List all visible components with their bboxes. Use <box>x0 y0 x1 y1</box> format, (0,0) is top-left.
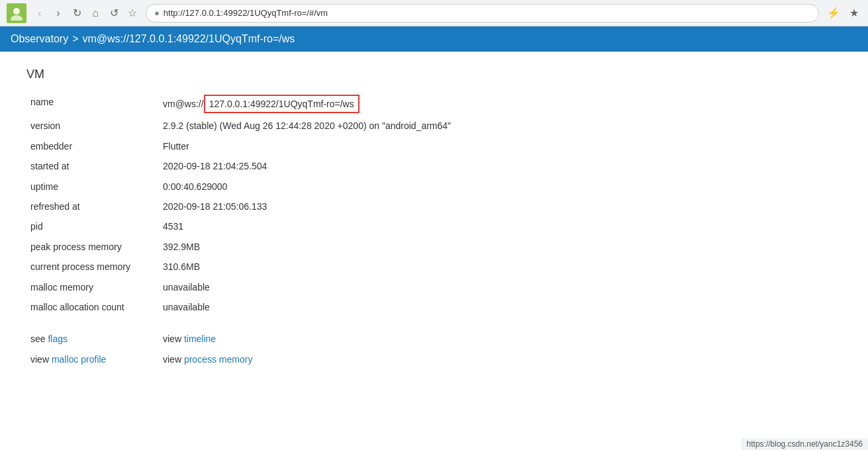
malloc-memory-label: malloc memory <box>26 277 159 297</box>
reload-button[interactable]: ↻ <box>69 5 85 21</box>
table-row-current-memory: current process memory 310.6MB <box>26 257 455 277</box>
header-breadcrumb: vm@ws://127.0.0.1:49922/1UQyqTmf-ro=/ws <box>82 33 295 45</box>
table-row-uptime: uptime 0:00:40.629000 <box>26 177 455 197</box>
uptime-label: uptime <box>26 177 159 197</box>
browser-actions: ⚡ ★ <box>824 5 861 21</box>
browser-avatar <box>7 3 26 23</box>
refreshed-at-label: refreshed at <box>26 197 159 216</box>
peak-memory-label: peak process memory <box>26 237 159 257</box>
table-row-pid: pid 4531 <box>26 216 455 236</box>
name-prefix: vm@ws:// <box>163 99 204 109</box>
version-label: version <box>26 116 159 136</box>
view-label-3: view <box>163 354 181 365</box>
table-row-malloc-memory: malloc memory unavailable <box>26 277 455 297</box>
vm-info-table: name vm@ws://127.0.0.1:49922/1UQyqTmf-ro… <box>26 92 455 369</box>
flags-link[interactable]: flags <box>48 334 68 344</box>
observatory-title: Observatory <box>11 33 68 45</box>
view-label-2: view <box>30 354 49 365</box>
table-row-refreshed-at: refreshed at 2020-09-18 21:05:06.133 <box>26 197 455 216</box>
malloc-alloc-value: unavailable <box>159 297 455 317</box>
header-separator: > <box>72 33 78 45</box>
bookmark-button[interactable]: ☆ <box>124 5 140 21</box>
malloc-profile-link[interactable]: malloc profile <box>52 354 106 365</box>
main-content: VM name vm@ws://127.0.0.1:49922/1UQyqTmf… <box>0 52 868 385</box>
refreshed-at-value: 2020-09-18 21:05:06.133 <box>159 197 455 216</box>
svg-point-0 <box>13 8 20 15</box>
history-button[interactable]: ↺ <box>106 5 122 21</box>
star-button[interactable]: ★ <box>847 5 861 21</box>
embedder-label: embedder <box>26 136 159 156</box>
current-memory-value: 310.6MB <box>159 257 455 277</box>
browser-chrome: ‹ › ↻ ⌂ ↺ ☆ ● http://127.0.0.1:49922/1UQ… <box>0 0 868 26</box>
malloc-memory-value: unavailable <box>159 277 455 297</box>
embedder-value: Flutter <box>159 136 455 156</box>
separator-row <box>26 317 455 329</box>
table-row-flags-timeline: see flags view timeline <box>26 329 455 349</box>
view-timeline-cell: view timeline <box>159 329 455 349</box>
started-at-label: started at <box>26 156 159 176</box>
home-button[interactable]: ⌂ <box>87 5 103 21</box>
secure-icon: ● <box>154 8 160 18</box>
svg-point-1 <box>11 15 23 21</box>
pid-label: pid <box>26 216 159 236</box>
table-row-malloc-process: view malloc profile view process memory <box>26 349 455 369</box>
table-row-version: version 2.9.2 (stable) (Wed Aug 26 12:44… <box>26 116 455 136</box>
view-label-1: view <box>163 334 181 344</box>
name-value: vm@ws://127.0.0.1:49922/1UQyqTmf-ro=/ws <box>159 92 455 116</box>
table-row-embedder: embedder Flutter <box>26 136 455 156</box>
current-memory-label: current process memory <box>26 257 159 277</box>
timeline-link[interactable]: timeline <box>184 334 216 344</box>
forward-button[interactable]: › <box>50 5 66 21</box>
name-label: name <box>26 92 159 116</box>
see-label: see <box>30 334 46 344</box>
malloc-alloc-label: malloc allocation count <box>26 297 159 317</box>
back-button[interactable]: ‹ <box>32 5 48 21</box>
view-malloc-cell: view malloc profile <box>26 349 159 369</box>
see-flags-cell: see flags <box>26 329 159 349</box>
started-at-value: 2020-09-18 21:04:25.504 <box>159 156 455 176</box>
table-row-name: name vm@ws://127.0.0.1:49922/1UQyqTmf-ro… <box>26 92 455 116</box>
page-title: VM <box>26 68 842 81</box>
table-row-started-at: started at 2020-09-18 21:04:25.504 <box>26 156 455 176</box>
app-header: Observatory > vm@ws://127.0.0.1:49922/1U… <box>0 26 868 52</box>
name-boxed: 127.0.0.1:49922/1UQyqTmf-ro=/ws <box>204 95 360 113</box>
uptime-value: 0:00:40.629000 <box>159 177 455 197</box>
table-row-peak-memory: peak process memory 392.9MB <box>26 237 455 257</box>
address-bar[interactable]: ● http://127.0.0.1:49922/1UQyqTmf-ro=/#/… <box>146 4 819 22</box>
nav-buttons: ‹ › ↻ ⌂ ↺ ☆ <box>32 5 140 21</box>
peak-memory-value: 392.9MB <box>159 237 455 257</box>
view-process-cell: view process memory <box>159 349 455 369</box>
url-display: http://127.0.0.1:49922/1UQyqTmf-ro=/#/vm <box>164 8 328 18</box>
version-value: 2.9.2 (stable) (Wed Aug 26 12:44:28 2020… <box>159 116 455 136</box>
table-row-malloc-alloc: malloc allocation count unavailable <box>26 297 455 317</box>
pid-value: 4531 <box>159 216 455 236</box>
process-memory-link[interactable]: process memory <box>184 354 252 365</box>
lightning-button[interactable]: ⚡ <box>824 5 843 21</box>
